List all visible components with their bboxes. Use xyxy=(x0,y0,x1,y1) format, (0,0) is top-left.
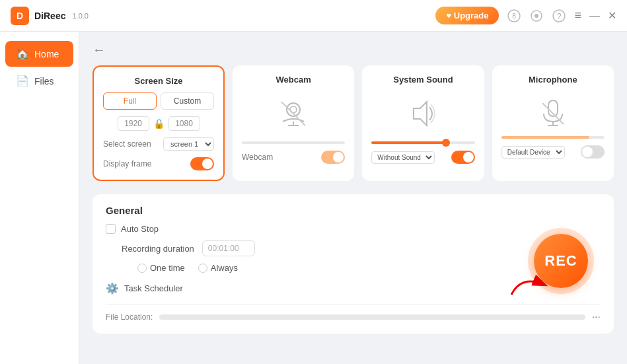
cards-row: Screen Size Full Custom 🔒 Select screen … xyxy=(92,65,614,181)
file-location-row: File Location: ··· xyxy=(106,304,601,323)
mic-label-row: Default Device xyxy=(501,145,605,159)
system-sound-icon xyxy=(406,96,440,131)
auto-stop-checkbox[interactable] xyxy=(106,224,116,234)
auto-stop-row: Auto Stop xyxy=(106,224,601,234)
menu-icon[interactable]: ≡ xyxy=(574,9,581,22)
system-sound-title: System Sound xyxy=(371,75,474,85)
app-name: DiReec xyxy=(34,11,65,21)
webcam-label-row: Webcam xyxy=(242,151,345,164)
full-button[interactable]: Full xyxy=(103,92,157,110)
screen-size-title: Screen Size xyxy=(103,76,214,86)
titlebar: D DiReec 1.0.0 ♥ Upgrade 8 ? ≡ — ✕ xyxy=(0,0,627,32)
arrow-icon xyxy=(508,272,548,301)
sidebar-item-label-home: Home xyxy=(34,49,59,59)
radio-always-input[interactable] xyxy=(198,264,207,273)
app-version: 1.0.0 xyxy=(72,12,88,20)
titlebar-left: D DiReec 1.0.0 xyxy=(11,7,89,25)
mic-select[interactable]: Default Device xyxy=(501,146,565,159)
webcam-icon xyxy=(276,96,311,131)
sidebar-item-label-files: Files xyxy=(34,76,54,87)
close-button[interactable]: ✕ xyxy=(608,9,616,22)
display-frame-row: Display frame xyxy=(103,157,214,170)
rec-button-wrapper: REC xyxy=(528,228,594,294)
sound-label-row: Without Sound xyxy=(371,151,474,164)
webcam-card: Webcam Webcam xyxy=(233,65,354,181)
system-sound-card: System Sound Without xyxy=(362,65,484,181)
radio-one-time[interactable]: One time xyxy=(137,263,185,273)
minimize-button[interactable]: — xyxy=(589,10,600,22)
radio-one-time-label: One time xyxy=(150,263,185,273)
webcam-label: Webcam xyxy=(242,153,273,162)
coin-icon[interactable]: 8 xyxy=(507,9,521,23)
system-sound-toggle[interactable] xyxy=(451,151,475,164)
system-sound-slider[interactable] xyxy=(371,141,474,144)
display-frame-toggle[interactable] xyxy=(190,157,214,170)
resolution-row: 🔒 xyxy=(103,116,214,131)
general-section: General Auto Stop Recording duration One… xyxy=(92,194,614,334)
duration-input[interactable] xyxy=(202,240,255,256)
rec-label: REC xyxy=(544,252,577,270)
recording-duration-label: Recording duration xyxy=(122,244,194,254)
size-buttons: Full Custom xyxy=(103,92,214,110)
task-scheduler-label: Task Scheduler xyxy=(124,283,183,293)
file-path-bar xyxy=(159,314,585,320)
home-icon: 🏠 xyxy=(16,48,29,60)
sidebar-item-home[interactable]: 🏠 Home xyxy=(5,41,73,67)
svg-marker-11 xyxy=(414,102,427,126)
help-icon[interactable]: ? xyxy=(552,9,566,23)
sound-select[interactable]: Without Sound xyxy=(371,151,435,164)
display-frame-label: Display frame xyxy=(103,159,151,168)
upgrade-button[interactable]: ♥ Upgrade xyxy=(435,7,499,24)
radio-always-label: Always xyxy=(211,263,238,273)
general-title: General xyxy=(106,205,601,216)
svg-point-3 xyxy=(535,14,538,18)
main-layout: 🏠 Home 📄 Files ← Screen Size Full Custom xyxy=(0,32,627,364)
svg-text:?: ? xyxy=(557,11,562,20)
mic-icon-area xyxy=(501,91,605,136)
webcam-icon-area xyxy=(242,91,345,141)
radio-always[interactable]: Always xyxy=(198,263,238,273)
microphone-card: Microphone xyxy=(492,65,614,181)
screen-size-card: Screen Size Full Custom 🔒 Select screen … xyxy=(92,65,225,181)
gear-icon: ⚙️ xyxy=(106,282,119,295)
microphone-icon xyxy=(536,96,570,131)
sidebar: 🏠 Home 📄 Files xyxy=(0,32,79,364)
width-input[interactable] xyxy=(118,116,149,131)
select-screen-label: Select screen xyxy=(103,139,151,149)
content-area: ← Screen Size Full Custom 🔒 xyxy=(79,32,627,364)
sidebar-item-files[interactable]: 📄 Files xyxy=(5,68,73,94)
auto-stop-label: Auto Stop xyxy=(121,224,159,234)
microphone-slider[interactable] xyxy=(501,136,605,139)
height-input[interactable] xyxy=(168,116,200,131)
titlebar-right: ♥ Upgrade 8 ? ≡ — ✕ xyxy=(435,7,616,24)
content-body: Screen Size Full Custom 🔒 Select screen … xyxy=(92,65,614,334)
webcam-title: Webcam xyxy=(242,75,345,85)
radio-one-time-input[interactable] xyxy=(137,264,147,273)
microphone-title: Microphone xyxy=(501,75,605,85)
select-screen-row: Select screen screen 1 xyxy=(103,137,214,151)
record-settings-icon[interactable] xyxy=(529,9,544,23)
screen-select[interactable]: screen 1 xyxy=(163,137,214,151)
files-icon: 📄 xyxy=(16,75,29,87)
custom-button[interactable]: Custom xyxy=(161,92,214,110)
file-location-label: File Location: xyxy=(106,312,153,322)
sound-thumb xyxy=(442,139,450,147)
svg-text:8: 8 xyxy=(513,13,517,20)
more-options-button[interactable]: ··· xyxy=(592,311,601,323)
microphone-toggle[interactable] xyxy=(581,145,605,159)
webcam-toggle[interactable] xyxy=(321,151,345,164)
back-button[interactable]: ← xyxy=(92,42,106,57)
lock-icon: 🔒 xyxy=(153,118,165,129)
mic-slider-fill xyxy=(501,136,589,139)
sound-slider-fill xyxy=(371,141,443,144)
webcam-slider[interactable] xyxy=(242,141,345,144)
sound-icon-area xyxy=(371,91,474,141)
app-logo: D xyxy=(11,7,29,25)
